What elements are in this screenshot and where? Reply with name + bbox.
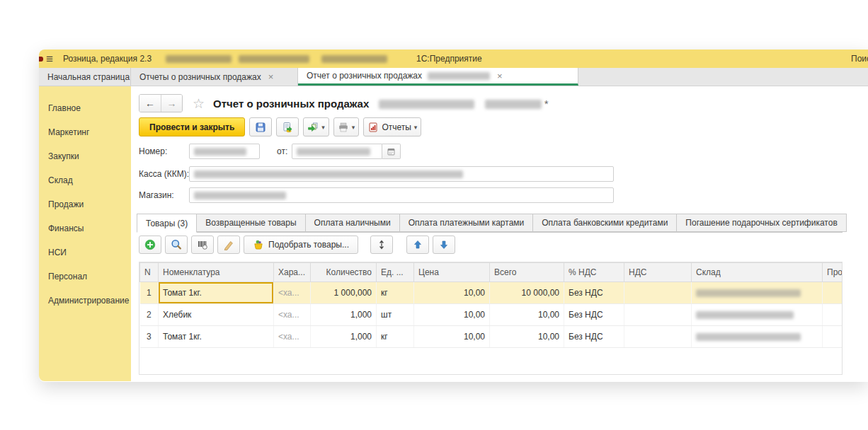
tab-gift-certificates[interactable]: Погашение подарочных сертификатов <box>676 214 846 232</box>
row-height-toggle-button[interactable] <box>370 236 393 254</box>
back-button[interactable]: ← <box>139 95 161 112</box>
sidebar-item-nsi[interactable]: НСИ <box>39 240 131 265</box>
cell-unit[interactable]: кг <box>377 326 414 348</box>
move-row-up-button[interactable] <box>406 236 429 254</box>
cell-n[interactable]: 2 <box>140 304 159 326</box>
cell-vat-rate[interactable]: Без НДС <box>564 304 624 326</box>
barcode-scan-button[interactable] <box>191 236 214 254</box>
cell-warehouse[interactable] <box>692 282 823 304</box>
document-tab-strip: Товары (3) Возвращенные товары Оплата на… <box>137 214 843 233</box>
cell-vat-rate[interactable]: Без НДС <box>564 326 624 348</box>
cell-total[interactable]: 10,00 <box>490 304 564 326</box>
tab-cash-payment[interactable]: Оплата наличными <box>305 214 400 232</box>
add-row-button[interactable] <box>139 236 161 254</box>
post-and-close-button[interactable]: Провести и закрыть <box>139 117 245 136</box>
favorite-star-icon[interactable]: ☆ <box>193 95 205 112</box>
cell-unit[interactable]: кг <box>377 282 414 304</box>
sidebar-item-administration[interactable]: Администрирование <box>39 289 131 313</box>
cell-seller[interactable] <box>823 282 843 304</box>
col-seller[interactable]: Прод <box>823 263 843 282</box>
document-form: ← → ☆ Отчет о розничных продажах * Прове… <box>131 86 868 381</box>
hamburger-menu-icon[interactable]: ≡ <box>46 53 53 65</box>
cell-quantity[interactable]: 1,000 <box>311 326 377 348</box>
sidebar-item-marketing[interactable]: Маркетинг <box>39 120 131 144</box>
cell-nomenclature[interactable]: Томат 1кг. <box>159 326 274 348</box>
arrow-up-icon <box>412 239 423 250</box>
cell-vat-rate[interactable]: Без НДС <box>564 282 624 304</box>
number-field[interactable] <box>189 144 260 159</box>
col-total[interactable]: Всего <box>490 263 564 282</box>
tab-card-payment[interactable]: Оплата платежными картами <box>399 214 534 232</box>
number-label: Номер: <box>139 146 189 156</box>
col-unit[interactable]: Ед. ... <box>377 263 414 282</box>
vertical-resize-icon <box>376 239 387 250</box>
col-vat[interactable]: НДС <box>624 263 692 282</box>
cell-price[interactable]: 10,00 <box>414 282 490 304</box>
store-field[interactable] <box>189 187 614 203</box>
table-row[interactable]: 1 Томат 1кг. <ха... 1 000,000 кг 10,00 1… <box>140 282 843 304</box>
cell-warehouse[interactable] <box>692 326 823 348</box>
cell-total[interactable]: 10 000,00 <box>490 282 564 304</box>
cell-n[interactable]: 1 <box>140 282 159 304</box>
sidebar-item-sales[interactable]: Продажи <box>39 192 131 216</box>
tab-reports-list[interactable]: Отчеты о розничных продажах × <box>131 68 298 86</box>
cell-vat[interactable] <box>624 326 692 348</box>
col-warehouse[interactable]: Склад <box>692 263 823 282</box>
cell-characteristic[interactable]: <ха... <box>274 282 311 304</box>
tab-report-document[interactable]: Отчет о розничных продажах × <box>298 68 578 86</box>
tab-goods[interactable]: Товары (3) <box>137 214 197 233</box>
table-row[interactable]: 3 Томат 1кг. <ха... 1,000 кг 10,00 10,00… <box>140 326 843 348</box>
cell-nomenclature[interactable]: Томат 1кг. <box>159 282 274 304</box>
sidebar-item-main[interactable]: Главное <box>39 96 131 120</box>
cell-characteristic[interactable]: <ха... <box>274 304 311 326</box>
print-button[interactable]: ▾ <box>333 117 360 136</box>
tab-returned-goods[interactable]: Возвращенные товары <box>196 214 305 232</box>
cell-quantity[interactable]: 1 000,000 <box>311 282 377 304</box>
move-row-down-button[interactable] <box>433 236 455 254</box>
sidebar-item-finance[interactable]: Финансы <box>39 216 131 240</box>
cell-vat[interactable] <box>624 304 692 326</box>
cash-register-field[interactable] <box>189 166 614 182</box>
cell-vat[interactable] <box>624 282 692 304</box>
col-price[interactable]: Цена <box>414 263 490 282</box>
sidebar-item-purchases[interactable]: Закупки <box>39 144 131 168</box>
cell-n[interactable]: 3 <box>140 326 159 348</box>
cell-total[interactable]: 10,00 <box>490 326 564 348</box>
titlebar: ≡ Розница, редакция 2.3 1С:Предприятие П… <box>39 50 868 68</box>
cell-characteristic[interactable]: <ха... <box>274 326 311 348</box>
reports-button[interactable]: Отчеты ▾ <box>363 117 421 136</box>
col-n[interactable]: N <box>140 263 159 282</box>
close-tab-icon[interactable]: × <box>268 71 274 82</box>
edit-button[interactable] <box>217 236 240 254</box>
save-button[interactable] <box>249 117 272 136</box>
calendar-picker-button[interactable] <box>382 144 401 159</box>
cell-seller[interactable] <box>823 326 843 348</box>
cell-unit[interactable]: шт <box>377 304 414 326</box>
redacted-text <box>696 289 801 297</box>
cell-seller[interactable] <box>823 304 843 326</box>
search-button[interactable]: Поиск <box>848 50 868 68</box>
tab-bank-credit-payment[interactable]: Оплата банковскими кредитами <box>532 214 677 232</box>
cell-nomenclature[interactable]: Хлебик <box>159 304 274 326</box>
search-label: Поиск <box>851 54 868 64</box>
cell-quantity[interactable]: 1,000 <box>311 304 377 326</box>
sidebar-item-warehouse[interactable]: Склад <box>39 168 131 192</box>
cell-price[interactable]: 10,00 <box>414 304 490 326</box>
close-tab-icon[interactable]: × <box>497 71 503 81</box>
sidebar-item-personnel[interactable]: Персонал <box>39 265 131 289</box>
tab-label: Отчет о розничных продажах <box>307 71 422 81</box>
col-vat-rate[interactable]: % НДС <box>564 263 624 282</box>
create-based-on-button[interactable]: ▾ <box>303 117 329 136</box>
cell-price[interactable]: 10,00 <box>414 326 490 348</box>
col-quantity[interactable]: Количество <box>311 263 377 282</box>
find-button[interactable] <box>165 236 188 254</box>
table-row[interactable]: 2 Хлебик <ха... 1,000 шт 10,00 10,00 Без… <box>140 304 843 326</box>
cell-warehouse[interactable] <box>692 304 823 326</box>
post-document-button[interactable] <box>276 117 299 136</box>
forward-button[interactable]: → <box>161 95 182 112</box>
col-characteristic[interactable]: Хара... <box>274 263 311 282</box>
pick-goods-button[interactable]: Подобрать товары... <box>244 236 358 254</box>
col-nomenclature[interactable]: Номенклатура <box>159 263 274 282</box>
date-field[interactable] <box>292 144 382 159</box>
tab-home[interactable]: Начальная страница <box>39 68 131 86</box>
